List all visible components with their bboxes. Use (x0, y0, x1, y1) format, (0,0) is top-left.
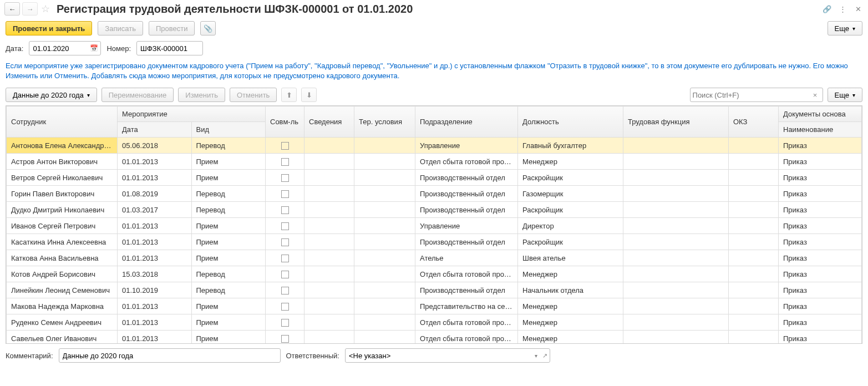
table-row[interactable]: Линейкин Леонид Семенович01.10.2019Перев… (7, 282, 862, 298)
cell-sovm[interactable] (266, 186, 304, 202)
move-down-button[interactable]: ⬇ (301, 88, 317, 102)
number-field[interactable] (136, 41, 203, 55)
link-icon[interactable]: 🔗 (821, 3, 833, 14)
more-top-button[interactable]: Еще (828, 21, 862, 35)
checkbox-icon[interactable] (281, 335, 289, 343)
checkbox-icon[interactable] (281, 206, 289, 214)
cell-doc: Приказ (779, 250, 862, 266)
date-input[interactable] (33, 44, 97, 53)
paperclip-icon: 📎 (204, 24, 212, 33)
calendar-icon[interactable]: 📅 (90, 44, 98, 52)
col-doc-name[interactable]: Наименование (779, 122, 862, 138)
post-button[interactable]: Провести (149, 21, 195, 35)
table-row[interactable]: Макова Надежда Марковна01.01.2013ПриемПр… (7, 298, 862, 314)
col-date[interactable]: Дата (118, 122, 192, 138)
responsible-field[interactable]: ▾ ↗ (345, 348, 550, 363)
cell-sovm[interactable] (266, 250, 304, 266)
cell-sovm[interactable] (266, 282, 304, 298)
table-row[interactable]: Дудко Дмитрий Николаевич01.03.2017Перево… (7, 202, 862, 218)
table-scroll[interactable]: Сотрудник Мероприятие Совм-ль Сведения Т… (6, 106, 862, 343)
data-before-button[interactable]: Данные до 2020 года (6, 88, 97, 102)
nav-forward-button[interactable]: → (22, 2, 38, 16)
cell-position: Менеджер (518, 154, 623, 170)
more-vertical-icon[interactable]: ⋮ (837, 3, 848, 14)
table-row[interactable]: Ветров Сергей Николаевич01.01.2013ПриемП… (7, 170, 862, 186)
arrow-down-icon: ⬇ (306, 91, 312, 99)
write-button[interactable]: Записать (98, 21, 143, 35)
checkbox-icon[interactable] (281, 287, 289, 294)
cell-ter (354, 234, 415, 250)
cell-kind: Прием (191, 154, 266, 170)
col-sovm[interactable]: Совм-ль (266, 106, 304, 138)
cell-doc: Приказ (779, 202, 862, 218)
number-input[interactable] (140, 44, 199, 53)
checkbox-icon[interactable] (281, 222, 289, 230)
cell-func (623, 250, 729, 266)
cancel-button[interactable]: Отменить (230, 88, 277, 102)
number-label: Номер: (106, 44, 131, 53)
comment-input[interactable] (63, 352, 277, 360)
checkbox-icon[interactable] (281, 190, 289, 198)
favorite-star-icon[interactable]: ☆ (40, 3, 51, 14)
move-up-button[interactable]: ⬆ (281, 88, 297, 102)
cell-sovm[interactable] (266, 234, 304, 250)
cell-kind: Прием (191, 314, 266, 331)
col-ter[interactable]: Тер. условия (354, 106, 415, 138)
open-icon[interactable]: ↗ (542, 352, 547, 359)
col-kind[interactable]: Вид (191, 122, 266, 138)
cell-sovm[interactable] (266, 154, 304, 170)
col-func[interactable]: Трудовая функция (623, 106, 729, 138)
checkbox-icon[interactable] (281, 174, 289, 182)
checkbox-icon[interactable] (281, 319, 289, 327)
checkbox-icon[interactable] (281, 303, 289, 311)
edit-button[interactable]: Изменить (178, 88, 225, 102)
cell-sovm[interactable] (266, 266, 304, 282)
table-row[interactable]: Савельев Олег Иванович01.01.2013ПриемОтд… (7, 331, 862, 344)
col-position[interactable]: Должность (518, 106, 623, 138)
more-table-button[interactable]: Еще (828, 88, 862, 102)
post-and-close-button[interactable]: Провести и закрыть (6, 21, 92, 35)
close-icon[interactable]: ✕ (852, 3, 864, 14)
cell-okz (729, 170, 779, 186)
table-row[interactable]: Руденко Семен Андреевич01.01.2013ПриемОт… (7, 314, 862, 331)
chevron-down-icon[interactable]: ▾ (535, 353, 537, 359)
cell-sovm[interactable] (266, 298, 304, 314)
nav-back-button[interactable]: ← (4, 2, 20, 16)
attach-button[interactable]: 📎 (200, 21, 216, 35)
cell-sovm[interactable] (266, 138, 304, 154)
table-row[interactable]: Каткова Анна Васильевна01.01.2013ПриемАт… (7, 250, 862, 266)
cell-sovm[interactable] (266, 314, 304, 331)
table-row[interactable]: Горин Павел Викторович01.08.2019ПереводП… (7, 186, 862, 202)
rename-button[interactable]: Переименование (101, 88, 174, 102)
checkbox-icon[interactable] (281, 271, 289, 278)
table-row[interactable]: Иванов Сергей Петрович01.01.2013ПриемУпр… (7, 218, 862, 234)
cell-date: 01.01.2013 (118, 234, 192, 250)
col-okz[interactable]: ОКЗ (729, 106, 779, 138)
cell-sovm[interactable] (266, 170, 304, 186)
col-dept[interactable]: Подразделение (415, 106, 518, 138)
cell-sovm[interactable] (266, 202, 304, 218)
table-row[interactable]: Астров Антон Викторович01.01.2013ПриемОт… (7, 154, 862, 170)
cell-doc: Приказ (779, 154, 862, 170)
cell-okz (729, 186, 779, 202)
cell-sovm[interactable] (266, 331, 304, 344)
table-row[interactable]: Котов Андрей Борисович15.03.2018ПереводО… (7, 266, 862, 282)
col-event[interactable]: Мероприятие (118, 106, 266, 122)
search-box[interactable]: × (690, 88, 823, 102)
col-sved[interactable]: Сведения (304, 106, 354, 138)
checkbox-icon[interactable] (281, 238, 289, 246)
responsible-input[interactable] (349, 352, 546, 360)
checkbox-icon[interactable] (281, 158, 289, 166)
table-row[interactable]: Антонова Елена Александров...05.06.2018П… (7, 138, 862, 154)
checkbox-icon[interactable] (281, 142, 289, 150)
date-field[interactable]: 📅 (29, 41, 101, 55)
cell-employee: Иванов Сергей Петрович (7, 218, 118, 234)
comment-field[interactable] (59, 348, 281, 363)
cell-sovm[interactable] (266, 218, 304, 234)
checkbox-icon[interactable] (281, 255, 289, 262)
search-input[interactable] (693, 91, 810, 99)
table-row[interactable]: Касаткина Инна Алексеевна01.01.2013Прием… (7, 234, 862, 250)
col-employee[interactable]: Сотрудник (7, 106, 118, 138)
search-clear-icon[interactable]: × (810, 91, 820, 99)
col-doc[interactable]: Документы основа (779, 106, 862, 122)
